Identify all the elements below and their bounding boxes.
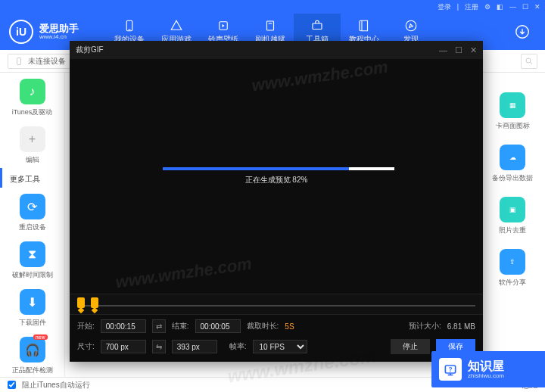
compass-icon	[404, 19, 418, 33]
logo-title: 爱思助手	[39, 23, 79, 33]
right-label: 软件分享	[499, 278, 526, 288]
watermark-text: www.wmzhe.com	[251, 58, 389, 96]
sidebar-item-accessory[interactable]: 🎧new 正品配件检测	[0, 331, 64, 377]
block-itunes-checkbox[interactable]	[8, 381, 16, 389]
music-icon	[216, 19, 230, 33]
register-link[interactable]: 注册	[465, 2, 478, 12]
svg-line-11	[531, 62, 533, 64]
share-icon: ⇪	[500, 249, 525, 275]
modal-title: 裁剪GIF	[76, 45, 104, 55]
svg-rect-5	[313, 23, 322, 30]
stop-button[interactable]: 停止	[391, 339, 430, 354]
height-input[interactable]	[172, 340, 217, 353]
sidebar-section-more-tools: 更多工具	[0, 168, 64, 188]
sidebar-label: 破解时间限制	[12, 270, 53, 280]
sidebar-item-edit[interactable]: + 编辑	[0, 120, 64, 168]
divider: |	[457, 3, 459, 11]
watermark-text: www.wmzhe.com	[114, 254, 253, 293]
modal-minimize-icon[interactable]: —	[439, 45, 447, 55]
search-button[interactable]	[521, 54, 537, 69]
sidebar-item-firmware[interactable]: ⬇ 下载固件	[0, 283, 64, 331]
svg-text:?: ?	[448, 366, 452, 373]
close-icon[interactable]: ✕	[534, 3, 540, 11]
download-icon: ⬇	[20, 289, 45, 315]
brand-url: zhishiwu.com	[468, 372, 504, 379]
phone-icon	[123, 19, 136, 33]
sidebar-item-itunes[interactable]: ♪ iTunes及驱动	[0, 73, 64, 120]
modal-maximize-icon[interactable]: ☐	[455, 45, 462, 55]
fps-label: 帧率:	[229, 341, 247, 352]
right-label: 照片去重	[499, 226, 526, 235]
login-link[interactable]: 登录	[438, 2, 451, 12]
dimension-label: 尺寸:	[77, 341, 95, 352]
minimize-icon[interactable]: —	[509, 3, 516, 11]
timeline-handle-start[interactable]	[77, 297, 85, 308]
timeline-handle-end[interactable]	[91, 297, 98, 308]
maximize-icon[interactable]: ☐	[522, 3, 528, 11]
link-dimensions-button[interactable]: ⇆	[152, 340, 166, 353]
start-label: 开始:	[77, 321, 95, 331]
itunes-icon: ♪	[20, 79, 45, 104]
modal-titlebar: 裁剪GIF — ☐ ✕	[70, 41, 483, 59]
svg-point-7	[406, 20, 416, 31]
sidebar-label: 重启设备	[19, 222, 46, 232]
progress-bar: 正在生成预览 82%	[163, 167, 390, 185]
phone-small-icon	[14, 57, 23, 66]
est-size-value: 6.81 MB	[447, 322, 475, 331]
plus-icon: +	[20, 126, 45, 152]
sidebar-item-timelimit[interactable]: ⧗ 破解时间限制	[0, 235, 64, 283]
brand-logo-icon: ?	[439, 358, 462, 381]
right-item-backup[interactable]: ☁ 备份导出数据	[492, 140, 533, 188]
modal-close-icon[interactable]: ✕	[470, 45, 477, 55]
sidebar-label: iTunes及驱动	[12, 107, 53, 117]
sidebar-label: 下载固件	[19, 318, 46, 328]
right-label: 卡画面图标	[496, 121, 530, 131]
right-item-share[interactable]: ⇪ 软件分享	[499, 244, 526, 292]
sidebar-label: 编辑	[26, 155, 39, 165]
logo-icon: iU	[9, 20, 33, 44]
end-time-input[interactable]	[195, 319, 241, 333]
flash-icon	[263, 19, 277, 33]
progress-fill	[163, 167, 349, 170]
book-icon	[357, 19, 371, 33]
skin-icon[interactable]: ◧	[497, 3, 503, 11]
earpods-icon: 🎧new	[20, 337, 45, 362]
block-itunes-label: 阻止iTunes自动运行	[22, 380, 90, 390]
timeline[interactable]	[70, 294, 483, 315]
start-time-input[interactable]	[101, 319, 146, 333]
logo-subtitle: www.i4.cn	[39, 33, 79, 40]
sidebar-label: 正品配件检测	[12, 366, 53, 375]
restart-icon: ⟳	[20, 194, 45, 219]
window-titlebar: 登录 | 注册 ⚙ ◧ — ☐ ✕	[0, 0, 545, 14]
svg-rect-3	[267, 21, 274, 30]
search-icon	[525, 57, 534, 66]
device-status[interactable]: 未连接设备	[8, 54, 73, 69]
end-label: 结束:	[172, 321, 189, 331]
clip-length-label: 裁取时长:	[247, 321, 279, 331]
download-manager-icon[interactable]	[500, 23, 545, 40]
clip-length-value: 5S	[285, 322, 294, 331]
sidebar-item-restart[interactable]: ⟳ 重启设备	[0, 188, 64, 235]
right-item-icon-fix[interactable]: ▦ 卡画面图标	[496, 88, 530, 135]
grid-icon: ▦	[500, 92, 525, 118]
right-item-photo-dedupe[interactable]: ▣ 照片去重	[499, 192, 526, 240]
right-label: 备份导出数据	[492, 173, 533, 183]
brand-overlay: ? 知识屋 zhishiwu.com	[431, 351, 545, 387]
modal-controls: 开始: ⇄ 结束: 裁取时长: 5S 预计大小: 6.81 MB 尺寸: ⇆ 帧…	[70, 315, 483, 362]
photo-icon: ▣	[500, 197, 525, 222]
apps-icon	[170, 19, 183, 33]
backup-icon: ☁	[500, 145, 525, 170]
width-input[interactable]	[101, 340, 146, 353]
brand-name: 知识屋	[468, 360, 504, 372]
swap-button[interactable]: ⇄	[152, 319, 166, 333]
timeline-track	[77, 305, 475, 306]
settings-icon[interactable]: ⚙	[484, 3, 490, 11]
svg-point-10	[526, 58, 531, 63]
progress-text: 正在生成预览 82%	[163, 175, 390, 185]
device-status-text: 未连接设备	[28, 56, 66, 67]
fps-select[interactable]: 10 FPS	[253, 340, 307, 353]
hourglass-icon: ⧗	[20, 241, 45, 267]
right-sidebar: ▦ 卡画面图标 ☁ 备份导出数据 ▣ 照片去重 ⇪ 软件分享	[480, 73, 545, 377]
left-sidebar: ♪ iTunes及驱动 + 编辑 更多工具 ⟳ 重启设备 ⧗ 破解时间限制 ⬇ …	[0, 73, 65, 377]
preview-area: www.wmzhe.com www.wmzhe.com 正在生成预览 82%	[70, 59, 483, 294]
